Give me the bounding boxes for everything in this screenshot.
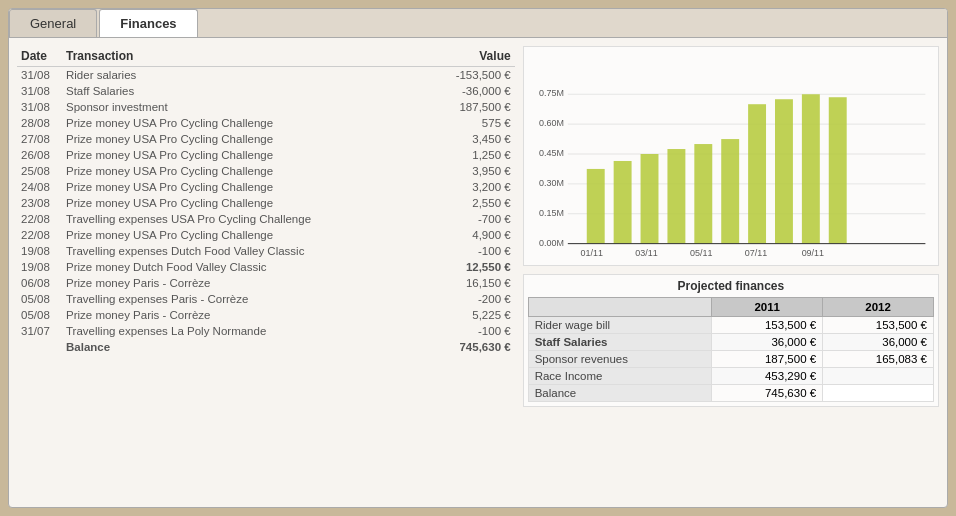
cell-desc: Prize money Dutch Food Valley Classic (62, 259, 435, 275)
table-row: 22/08 Travelling expenses USA Pro Cyclin… (17, 211, 515, 227)
table-row: 22/08 Prize money USA Pro Cycling Challe… (17, 227, 515, 243)
table-row: 31/08 Staff Salaries -36,000 € (17, 83, 515, 99)
cell-date: 25/08 (17, 163, 62, 179)
svg-rect-18 (748, 104, 766, 243)
table-row: 05/08 Prize money Paris - Corrèze 5,225 … (17, 307, 515, 323)
svg-rect-13 (613, 161, 631, 244)
svg-rect-19 (775, 99, 793, 243)
proj-cell-label: Staff Salaries (528, 334, 712, 351)
cell-date: 05/08 (17, 291, 62, 307)
left-panel: Date Transaction Value 31/08 Rider salar… (17, 46, 523, 492)
svg-text:01/11: 01/11 (580, 248, 602, 257)
proj-cell-2012 (823, 368, 934, 385)
projected-row: Sponsor revenues 187,500 € 165,083 € (528, 351, 933, 368)
cell-date: 28/08 (17, 115, 62, 131)
svg-text:0.00M: 0.00M (539, 238, 564, 248)
table-row: 26/08 Prize money USA Pro Cycling Challe… (17, 147, 515, 163)
content-area: Date Transaction Value 31/08 Rider salar… (9, 38, 947, 500)
col-transaction: Transaction (62, 46, 435, 67)
svg-rect-17 (721, 139, 739, 244)
cell-value: 1,250 € (435, 147, 515, 163)
col-date: Date (17, 46, 62, 67)
svg-text:0.15M: 0.15M (539, 208, 564, 218)
table-row: 28/08 Prize money USA Pro Cycling Challe… (17, 115, 515, 131)
cell-desc: Staff Salaries (62, 83, 435, 99)
col-value: Value (435, 46, 515, 67)
cell-value: -700 € (435, 211, 515, 227)
table-row: 24/08 Prize money USA Pro Cycling Challe… (17, 179, 515, 195)
cell-value: -200 € (435, 291, 515, 307)
cell-value: 5,225 € (435, 307, 515, 323)
projected-table: 2011 2012 Rider wage bill 153,500 € 153,… (528, 297, 934, 402)
svg-rect-20 (802, 94, 820, 243)
proj-col-2011: 2011 (712, 298, 823, 317)
tab-general[interactable]: General (9, 9, 97, 37)
cell-date: 19/08 (17, 243, 62, 259)
balance-row: Balance 745,630 € (17, 339, 515, 355)
cell-desc: Travelling expenses Paris - Corrèze (62, 291, 435, 307)
cell-value: 2,550 € (435, 195, 515, 211)
cell-desc: Prize money USA Pro Cycling Challenge (62, 195, 435, 211)
table-row: 23/08 Prize money USA Pro Cycling Challe… (17, 195, 515, 211)
cell-desc: Prize money Paris - Corrèze (62, 307, 435, 323)
svg-rect-12 (586, 169, 604, 244)
cell-value: 12,550 € (435, 259, 515, 275)
proj-cell-2011: 745,630 € (712, 385, 823, 402)
table-row: 31/08 Rider salaries -153,500 € (17, 67, 515, 84)
proj-cell-label: Sponsor revenues (528, 351, 712, 368)
proj-col-label (528, 298, 712, 317)
cell-value: 4,900 € (435, 227, 515, 243)
cell-desc: Prize money Paris - Corrèze (62, 275, 435, 291)
svg-text:07/11: 07/11 (745, 248, 767, 257)
table-row: 19/08 Travelling expenses Dutch Food Val… (17, 243, 515, 259)
cell-desc: Sponsor investment (62, 99, 435, 115)
cell-date: 22/08 (17, 211, 62, 227)
cell-value: -153,500 € (435, 67, 515, 84)
table-row: 31/07 Travelling expenses La Poly Norman… (17, 323, 515, 339)
projected-row: Rider wage bill 153,500 € 153,500 € (528, 317, 933, 334)
proj-cell-2011: 153,500 € (712, 317, 823, 334)
cell-value: 3,950 € (435, 163, 515, 179)
svg-rect-21 (828, 97, 846, 243)
cell-date: 27/08 (17, 131, 62, 147)
cell-date: 24/08 (17, 179, 62, 195)
chart-container: 0.00M 0.15M 0.30M 0.45M 0.60M 0.75M (523, 46, 939, 266)
cell-desc: Travelling expenses Dutch Food Valley Cl… (62, 243, 435, 259)
cell-value: -100 € (435, 323, 515, 339)
svg-text:0.45M: 0.45M (539, 148, 564, 158)
proj-cell-2012: 165,083 € (823, 351, 934, 368)
cell-desc: Travelling expenses La Poly Normande (62, 323, 435, 339)
table-row: 06/08 Prize money Paris - Corrèze 16,150… (17, 275, 515, 291)
svg-text:0.30M: 0.30M (539, 178, 564, 188)
cell-date: 26/08 (17, 147, 62, 163)
finance-chart: 0.00M 0.15M 0.30M 0.45M 0.60M 0.75M (532, 55, 930, 257)
svg-text:0.75M: 0.75M (539, 88, 564, 98)
cell-date: 31/07 (17, 323, 62, 339)
proj-cell-2012: 36,000 € (823, 334, 934, 351)
cell-desc: Prize money USA Pro Cycling Challenge (62, 131, 435, 147)
cell-desc: Travelling expenses USA Pro Cycling Chal… (62, 211, 435, 227)
balance-label (17, 339, 62, 355)
cell-desc: Rider salaries (62, 67, 435, 84)
proj-cell-label: Rider wage bill (528, 317, 712, 334)
cell-date: 06/08 (17, 275, 62, 291)
table-row: 25/08 Prize money USA Pro Cycling Challe… (17, 163, 515, 179)
cell-desc: Prize money USA Pro Cycling Challenge (62, 147, 435, 163)
cell-date: 31/08 (17, 99, 62, 115)
proj-cell-2012: 153,500 € (823, 317, 934, 334)
cell-desc: Prize money USA Pro Cycling Challenge (62, 115, 435, 131)
cell-value: 575 € (435, 115, 515, 131)
table-row: 05/08 Travelling expenses Paris - Corrèz… (17, 291, 515, 307)
svg-rect-16 (694, 144, 712, 244)
proj-cell-2011: 187,500 € (712, 351, 823, 368)
cell-value: 16,150 € (435, 275, 515, 291)
svg-text:03/11: 03/11 (635, 248, 657, 257)
right-panel: 0.00M 0.15M 0.30M 0.45M 0.60M 0.75M (523, 46, 939, 492)
balance-value: 745,630 € (435, 339, 515, 355)
projected-row: Staff Salaries 36,000 € 36,000 € (528, 334, 933, 351)
cell-value: 187,500 € (435, 99, 515, 115)
cell-desc: Prize money USA Pro Cycling Challenge (62, 163, 435, 179)
transactions-table: Date Transaction Value 31/08 Rider salar… (17, 46, 515, 355)
tab-finances[interactable]: Finances (99, 9, 197, 37)
cell-date: 31/08 (17, 67, 62, 84)
